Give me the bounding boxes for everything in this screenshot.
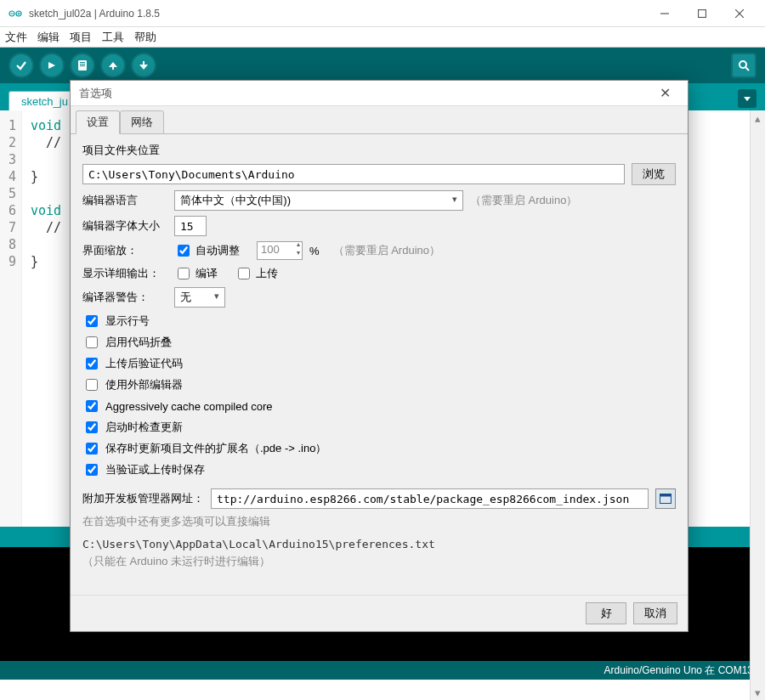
close-button[interactable] <box>721 1 758 26</box>
dialog-titlebar: 首选项 ✕ <box>71 81 688 106</box>
svg-line-19 <box>745 67 749 71</box>
prefs-file-hint: （只能在 Arduino 未运行时进行编辑） <box>82 554 676 569</box>
line-gutter: 123456789 <box>0 110 22 527</box>
sketchbook-location-input[interactable] <box>82 164 625 184</box>
maximize-button[interactable] <box>683 1 721 26</box>
check-updates-checkbox[interactable] <box>86 421 98 433</box>
svg-marker-20 <box>744 97 751 101</box>
scale-label: 界面缩放： <box>82 243 167 258</box>
scale-auto-label: 自动调整 <box>196 243 240 258</box>
arduino-logo-icon <box>8 7 22 20</box>
sketchbook-location-label: 项目文件夹位置 <box>82 143 676 158</box>
show-line-numbers-checkbox[interactable] <box>86 315 98 327</box>
save-on-verify-label: 当验证或上传时保存 <box>105 462 205 477</box>
minimize-button[interactable] <box>646 1 683 26</box>
open-button[interactable] <box>100 53 126 78</box>
browse-button[interactable]: 浏览 <box>632 163 676 185</box>
verify-after-upload-checkbox[interactable] <box>86 358 98 370</box>
restart-hint-2: （需要重启 Arduino） <box>333 243 440 258</box>
tab-menu-button[interactable] <box>738 89 756 108</box>
editor-scrollbar[interactable]: ▴ ▾ <box>750 110 765 700</box>
editor-language-select[interactable]: 简体中文（中文(中国)) <box>174 190 463 211</box>
dialog-close-button[interactable]: ✕ <box>649 85 681 101</box>
svg-rect-12 <box>80 64 85 65</box>
cache-core-label: Aggressively cache compiled core <box>105 400 273 413</box>
external-editor-label: 使用外部编辑器 <box>105 377 183 392</box>
update-extension-checkbox[interactable] <box>86 443 98 454</box>
new-button[interactable] <box>70 53 95 78</box>
svg-rect-17 <box>143 61 144 65</box>
titlebar: sketch_jul02a | Arduino 1.8.5 <box>0 0 765 27</box>
window-icon <box>660 494 672 504</box>
svg-rect-11 <box>80 62 85 63</box>
svg-marker-9 <box>48 62 55 69</box>
tab-settings[interactable]: 设置 <box>76 110 120 134</box>
save-button[interactable] <box>131 53 156 78</box>
menu-edit[interactable]: 编辑 <box>37 30 60 45</box>
enable-code-folding-checkbox[interactable] <box>86 336 98 348</box>
footer: Arduino/Genuino Uno 在 COM13 <box>0 661 765 680</box>
boards-url-expand-button[interactable] <box>655 488 676 509</box>
menu-file[interactable]: 文件 <box>5 30 27 45</box>
scroll-down-icon[interactable]: ▾ <box>751 685 765 700</box>
menu-help[interactable]: 帮助 <box>134 30 156 45</box>
font-size-input[interactable] <box>174 216 207 236</box>
scroll-up-icon[interactable]: ▴ <box>751 110 765 126</box>
menu-tools[interactable]: 工具 <box>102 30 124 45</box>
svg-point-18 <box>740 61 746 68</box>
save-on-verify-checkbox[interactable] <box>86 464 98 476</box>
show-line-numbers-label: 显示行号 <box>105 313 150 329</box>
board-status: Arduino/Genuino Uno 在 COM13 <box>604 663 753 678</box>
verbose-upload-checkbox[interactable] <box>238 268 250 279</box>
verify-button[interactable] <box>8 53 34 78</box>
verbose-upload-label: 上传 <box>256 266 278 281</box>
verify-after-upload-label: 上传后验证代码 <box>105 356 183 371</box>
scale-auto-checkbox[interactable] <box>178 245 190 257</box>
scale-percent: % <box>309 245 320 257</box>
ok-button[interactable]: 好 <box>586 602 626 624</box>
dialog-title: 首选项 <box>79 86 649 101</box>
boards-url-input[interactable] <box>211 488 649 509</box>
check-updates-label: 启动时检查更新 <box>105 420 183 435</box>
menubar: 文件 编辑 项目 工具 帮助 <box>0 27 765 48</box>
svg-rect-22 <box>660 494 672 497</box>
verbose-label: 显示详细输出： <box>82 266 167 281</box>
boards-url-label: 附加开发板管理器网址： <box>82 491 204 506</box>
verbose-compile-checkbox[interactable] <box>178 268 190 279</box>
update-extension-label: 保存时更新项目文件的扩展名（.pde -> .ino） <box>105 441 326 456</box>
editor-language-label: 编辑器语言 <box>82 193 167 208</box>
restart-hint-1: （需要重启 Arduino） <box>470 193 577 208</box>
preferences-dialog: 首选项 ✕ 设置 网络 项目文件夹位置 浏览 编辑器语言 简体中文（中文(中国)… <box>70 80 688 632</box>
external-editor-checkbox[interactable] <box>86 379 98 391</box>
scale-spinner[interactable]: 100 <box>257 241 303 260</box>
verbose-compile-label: 编译 <box>196 266 218 281</box>
upload-button[interactable] <box>39 53 65 78</box>
more-prefs-hint: 在首选项中还有更多选项可以直接编辑 <box>82 514 676 529</box>
svg-rect-13 <box>80 65 85 66</box>
dialog-body: 项目文件夹位置 浏览 编辑器语言 简体中文（中文(中国)) （需要重启 Ardu… <box>71 134 688 595</box>
font-size-label: 编辑器字体大小 <box>82 218 167 234</box>
dialog-footer: 好 取消 <box>71 595 688 631</box>
prefs-file-path[interactable]: C:\Users\Tony\AppData\Local\Arduino15\pr… <box>82 538 676 550</box>
cache-core-checkbox[interactable] <box>86 400 98 412</box>
svg-rect-15 <box>112 66 114 70</box>
serial-monitor-button[interactable] <box>731 53 756 78</box>
enable-code-folding-label: 启用代码折叠 <box>105 335 172 350</box>
menu-sketch[interactable]: 项目 <box>70 30 92 45</box>
svg-rect-6 <box>699 9 706 17</box>
dialog-tabs: 设置 网络 <box>71 106 688 134</box>
tab-network[interactable]: 网络 <box>120 110 164 134</box>
compiler-warnings-select[interactable]: 无 <box>174 287 225 308</box>
compiler-warnings-label: 编译器警告： <box>82 290 167 305</box>
window-title: sketch_jul02a | Arduino 1.8.5 <box>29 8 646 20</box>
cancel-button[interactable]: 取消 <box>633 602 677 624</box>
